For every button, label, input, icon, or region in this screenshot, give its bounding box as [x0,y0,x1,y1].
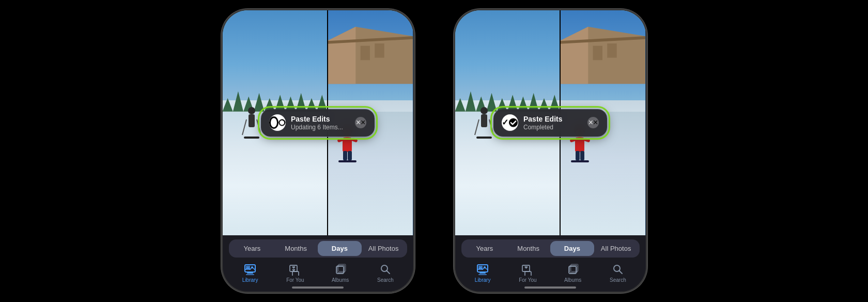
tab-search-label-2: Search [610,277,626,283]
library-icon-2 [476,263,489,276]
svg-rect-51 [571,160,589,162]
sky-left-2 [455,10,560,100]
seg-months-1[interactable]: Months [274,241,318,256]
svg-rect-58 [479,273,486,274]
banner-container-2: Paste Edits Completed × [493,109,607,137]
red-fence-2 [560,187,645,190]
svg-line-36 [475,119,479,135]
seg-months-2[interactable]: Months [506,241,550,256]
building-1 [327,10,413,100]
svg-rect-28 [292,271,299,276]
seg-allphotos-2[interactable]: All Photos [594,241,638,256]
photo-area-2: Paste Edits Completed × [455,10,646,235]
seg-days-1[interactable]: Days [318,241,362,256]
svg-rect-61 [525,271,531,276]
building-2 [560,10,645,100]
svg-line-37 [489,119,493,135]
svg-rect-1 [249,114,255,127]
banner-icon-loading-1 [269,115,286,131]
svg-rect-38 [476,137,492,139]
phone-1: Paste Edits Updating 6 Items... × Years … [217,6,419,296]
banner-subtitle-2: Completed [523,124,582,132]
svg-rect-35 [481,114,487,127]
svg-rect-26 [246,274,254,275]
seg-allphotos-1[interactable]: All Photos [362,241,406,256]
seg-years-1[interactable]: Years [230,241,274,256]
svg-rect-12 [343,138,352,152]
svg-marker-40 [560,27,588,84]
tab-albums-label-1: Albums [332,277,349,283]
tab-foryou-2[interactable]: For You [512,263,543,283]
phone-bezel-2: Paste Edits Completed × Years Months Day… [454,9,647,293]
svg-rect-15 [343,151,347,160]
red-fence-1 [327,187,413,190]
svg-point-54 [509,118,518,127]
tab-albums-2[interactable]: Albums [557,263,588,283]
svg-rect-49 [576,151,580,160]
foryou-icon-2 [521,263,534,276]
svg-line-66 [619,271,622,274]
library-icon-1 [243,263,257,276]
banner-close-1[interactable]: × [355,117,366,129]
svg-line-3 [257,119,261,135]
svg-rect-46 [575,138,584,152]
home-indicator-1 [292,286,344,289]
svg-point-0 [248,107,255,114]
tab-albums-label-2: Albums [564,277,581,283]
tab-search-1[interactable]: Search [370,263,401,283]
search-icon-1 [379,263,392,276]
svg-rect-50 [580,151,584,160]
svg-line-33 [386,271,390,274]
albums-icon-2 [566,263,580,276]
banner-text-1: Paste Edits Updating 6 Items... [291,114,350,132]
tab-bar-2: Library For You [455,260,646,285]
svg-rect-17 [338,160,357,162]
tab-foryou-label-2: For You [519,277,536,283]
tab-library-2[interactable]: Library [467,263,498,283]
tab-bar-1: Library For You [223,260,413,285]
albums-icon-1 [334,263,347,276]
tab-library-label-1: Library [242,277,258,283]
svg-rect-14 [351,138,358,143]
svg-rect-42 [608,43,617,58]
svg-line-2 [242,119,246,135]
search-icon-2 [611,263,625,276]
banner-subtitle-1: Updating 6 Items... [291,124,350,132]
sky-left-1 [223,10,328,100]
svg-rect-59 [478,274,487,275]
svg-rect-8 [375,43,384,58]
svg-point-34 [481,107,488,114]
tab-foryou-1[interactable]: For You [280,263,311,283]
tab-search-label-1: Search [377,277,394,283]
svg-rect-41 [593,46,602,61]
home-indicator-2 [524,286,576,289]
bottom-nav-2: Years Months Days All Photos [455,235,646,292]
skier-figure-left-1 [241,107,262,150]
tab-library-1[interactable]: Library [235,263,266,283]
banner-title-2: Paste Edits [523,114,582,124]
tab-search-2[interactable]: Search [602,263,633,283]
foryou-icon-1 [288,263,302,276]
svg-marker-6 [327,27,355,84]
banner-title-1: Paste Edits [291,114,350,124]
tab-foryou-label-1: For You [286,277,304,283]
banner-text-2: Paste Edits Completed [523,114,582,132]
banner-close-2[interactable]: × [587,117,599,129]
svg-rect-7 [361,46,370,61]
svg-rect-16 [348,151,352,160]
phone-2: Paste Edits Completed × Years Months Day… [450,6,651,296]
segmented-control-2: Years Months Days All Photos [461,239,640,258]
paste-edits-banner-2: Paste Edits Completed × [493,109,607,137]
tab-albums-1[interactable]: Albums [325,263,356,283]
photo-area-1: Paste Edits Updating 6 Items... × [223,10,413,235]
banner-icon-check-2 [502,115,518,131]
paste-edits-banner-1: Paste Edits Updating 6 Items... × [261,109,375,137]
svg-rect-4 [244,137,259,139]
svg-rect-48 [583,138,590,143]
bottom-nav-1: Years Months Days All Photos [223,235,413,292]
seg-days-2[interactable]: Days [550,241,594,256]
banner-container-1: Paste Edits Updating 6 Items... × [261,109,375,137]
svg-rect-25 [247,273,253,274]
tab-library-label-2: Library [475,277,491,283]
seg-years-2[interactable]: Years [463,241,507,256]
